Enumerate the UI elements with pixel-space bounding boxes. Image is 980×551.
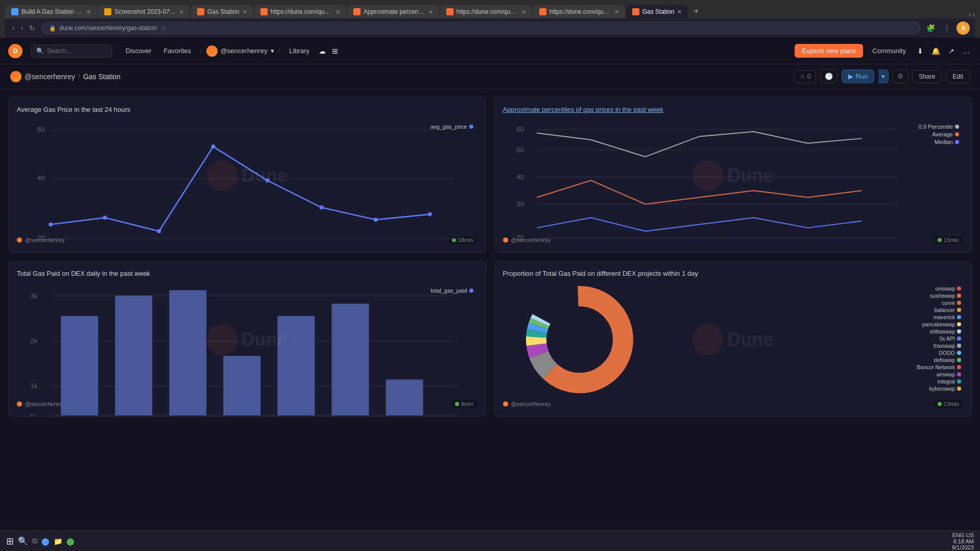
nav-right: Explore new plans Community ⬇ 🔔 ↗ … — [795, 44, 972, 58]
chart-area-3: Dune 3k 2k 1k 0 — [17, 283, 477, 396]
new-tab-button[interactable]: + — [689, 4, 703, 18]
star-count: 0 — [807, 73, 811, 80]
svg-text:3k: 3k — [31, 292, 38, 300]
chrome-taskbar-icon[interactable]: ⬤ — [66, 537, 75, 540]
tab-close-1[interactable]: ✕ — [86, 9, 91, 15]
dot-uniswap — [957, 286, 961, 291]
edge-taskbar-icon[interactable]: ⬤ — [41, 537, 50, 540]
run-caret-button[interactable]: ▾ — [878, 69, 889, 83]
legend-dot-median — [955, 140, 959, 144]
tab-close-6[interactable]: ✕ — [521, 9, 526, 15]
extensions-icon[interactable]: 🧩 — [924, 22, 937, 34]
explorer-taskbar-icon[interactable]: 📁 — [54, 537, 62, 540]
legend-label-uniswap: uniswap — [935, 285, 955, 292]
chart-time-4: 13min — [934, 400, 963, 408]
run-button[interactable]: ▶ Run — [842, 69, 874, 83]
dot-defiswap — [957, 358, 961, 362]
browser-chrome: Build A Gas Station | Stack... ✕ Screens… — [0, 0, 980, 38]
dot-pancakeswap — [957, 322, 961, 326]
forward-button[interactable]: › — [19, 23, 26, 33]
share-nav-icon[interactable]: ↗ — [946, 45, 957, 57]
svg-rect-50 — [223, 356, 260, 416]
tab-8[interactable]: Gas Station ✕ — [626, 5, 688, 18]
star-button[interactable]: ☆ 0 — [794, 70, 817, 83]
tab-close-4[interactable]: ✕ — [336, 9, 340, 15]
breadcrumb-title: Gas Station — [83, 73, 121, 81]
back-button[interactable]: ‹ — [10, 23, 17, 33]
start-button[interactable]: ⊞ — [6, 536, 14, 540]
dot-fraxswap — [957, 344, 961, 348]
tab-overflow[interactable]: ‹› — [969, 11, 975, 18]
legend-label-median: Median — [935, 139, 953, 145]
svg-point-6 — [49, 223, 53, 227]
share-button[interactable]: Share — [912, 70, 942, 83]
search-bar[interactable]: 🔍 — [31, 44, 112, 58]
legend-balancer: balancer — [917, 307, 961, 313]
tab-5[interactable]: Approximate percentiles... ✕ — [347, 5, 439, 18]
legend-uniswap: uniswap — [917, 285, 961, 292]
tab-bar: Build A Gas Station | Stack... ✕ Screens… — [5, 4, 975, 18]
tab-favicon-7 — [539, 8, 546, 15]
browser-profile[interactable]: A — [957, 21, 970, 35]
address-bar[interactable]: 🔒 dune.com/sencerhenrey/gas-station ☆ — [41, 22, 920, 34]
legend-label-dodo: DODO — [939, 350, 955, 356]
nav-library[interactable]: Library — [284, 44, 315, 58]
chart-card-2: Approximate percentiles of gas prices in… — [494, 97, 972, 253]
filter-button[interactable]: ⚙ — [893, 69, 908, 83]
tab-4[interactable]: https://dune.com/queries/... ✕ — [254, 5, 346, 18]
user-badge[interactable]: @sencerhenrey ▾ — [206, 45, 274, 57]
plus-icon[interactable]: ⊞ — [330, 45, 340, 57]
bar-chart-3: 3k 2k 1k 0 — [17, 283, 477, 417]
svg-point-13 — [428, 212, 432, 217]
nav-favorites[interactable]: Favorites — [159, 44, 196, 58]
download-icon[interactable]: ⬇ — [915, 45, 925, 57]
svg-text:30: 30 — [516, 200, 524, 208]
nav-discover[interactable]: Discover — [121, 44, 157, 58]
reload-button[interactable]: ↻ — [27, 23, 37, 33]
watermark-4: Dune — [692, 324, 773, 355]
tab-6[interactable]: https://dune.com/querie... ✕ — [440, 5, 532, 18]
tab-1[interactable]: Build A Gas Station | Stack... ✕ — [5, 5, 97, 18]
tab-close-5[interactable]: ✕ — [428, 9, 433, 15]
svg-text:20: 20 — [37, 234, 45, 242]
edit-button[interactable]: Edit — [946, 70, 970, 83]
explore-plans-button[interactable]: Explore new plans — [795, 44, 863, 58]
breadcrumb-bar: @sencerhenrey / Gas Station ☆ 0 🕐 ▶ Run … — [0, 64, 980, 89]
legend-pancakeswap: pancakeswap — [917, 321, 961, 327]
search-input[interactable] — [47, 47, 98, 55]
legend-label-bancor: Bancor Network — [917, 364, 955, 370]
owner-dot-4 — [503, 401, 508, 406]
legend-item-median: Median — [919, 139, 959, 145]
svg-text:0: 0 — [31, 413, 34, 417]
address-bar-row: ‹ › ↻ 🔒 dune.com/sencerhenrey/gas-statio… — [5, 18, 975, 38]
svg-text:1k: 1k — [31, 382, 38, 390]
tab-2[interactable]: Screenshot 2023-07-26 at... ✕ — [98, 5, 190, 18]
legend-kyberswap: kyberswap — [917, 386, 961, 392]
task-view-button[interactable]: ⧉ — [32, 537, 37, 540]
tab-title-5: Approximate percentiles... — [364, 8, 425, 15]
tab-close-2[interactable]: ✕ — [179, 9, 184, 15]
bookmark-star-icon[interactable]: ☆ — [161, 25, 166, 32]
chart-title-link-2[interactable]: Approximate percentiles of gas prices in… — [503, 106, 663, 113]
nav-links: Discover Favorites / @sencerhenrey ▾ / L… — [121, 44, 340, 58]
tab-close-3[interactable]: ✕ — [243, 9, 247, 15]
tab-close-7[interactable]: ✕ — [614, 9, 619, 15]
community-link[interactable]: Community — [867, 44, 911, 58]
line-chart-2: 60 50 40 30 20 — [503, 119, 964, 253]
more-icon[interactable]: ⋮ — [941, 22, 952, 34]
more-nav-icon[interactable]: … — [961, 45, 972, 57]
tab-close-8[interactable]: ✕ — [677, 9, 682, 15]
legend-label-pancakeswap: pancakeswap — [922, 321, 955, 327]
tab-3[interactable]: Gas Station ✕ — [191, 5, 253, 18]
tab-7[interactable]: https://dune.com/queries... ✕ — [533, 5, 625, 18]
dune-logo[interactable]: D — [8, 44, 22, 58]
time-dot-4 — [938, 402, 942, 406]
svg-text:60: 60 — [516, 126, 524, 133]
search-taskbar-button[interactable]: 🔍 — [18, 536, 28, 540]
legend-label-airswap: airswap — [937, 371, 955, 377]
legend-item-gas: total_gas_paid — [431, 288, 473, 294]
notification-icon[interactable]: 🔔 — [929, 45, 942, 57]
history-button[interactable]: 🕐 — [820, 69, 838, 83]
cloud-icon[interactable]: ☁ — [317, 45, 328, 57]
chart-legend-1: avg_gas_price — [431, 124, 473, 131]
